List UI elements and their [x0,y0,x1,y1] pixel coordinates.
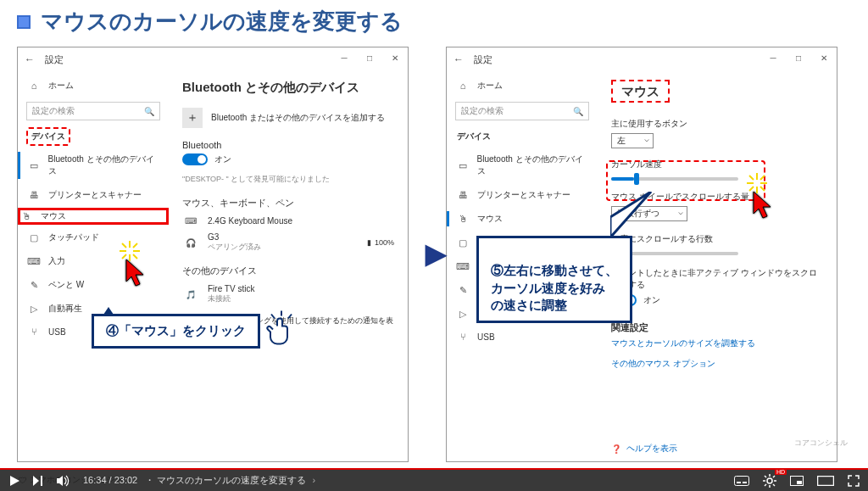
inactive-scroll-label: ポイントしたときに非アクティブ ウィンドウをスクロールする [611,267,823,291]
close-button[interactable]: ✕ [382,47,408,68]
sidebar-label: USB [48,327,66,337]
svg-rect-39 [797,481,802,484]
callout-text: ⑤左右に移動させて、 カーソル速度を好み の速さに調整 [491,263,618,312]
search-input[interactable]: 設定の検索 🔍 [455,102,589,120]
svg-line-11 [288,314,292,318]
link-cursor-size[interactable]: マウスとカーソルのサイズを調整する [611,338,823,349]
svg-line-6 [133,243,137,248]
sidebar-label: 自動再生 [48,303,82,315]
pane-heading: Bluetooth とその他のデバイス [182,80,394,96]
next-button[interactable] [32,475,44,487]
sidebar-item-mouse[interactable]: 🖱 マウス [447,207,598,231]
watermark-text: コアコンシェル [794,438,848,449]
sidebar-item-mouse-highlighted[interactable]: 🖱 マウス [18,208,169,225]
device-status: 未接続 [208,293,254,304]
help-link[interactable]: ❓ ヘルプを表示 [611,443,677,455]
volume-button[interactable] [56,475,71,487]
svg-rect-26 [735,476,749,485]
theater-button[interactable] [817,476,834,486]
callout-text: ④「マウス」をクリック [106,323,246,338]
device-name: G3 [208,232,261,242]
related-settings-head: 関連設定 [611,321,823,334]
devices-section-highlighted: デバイス [26,127,70,146]
video-time: 16:34 / 23:02 ・ マウスのカーソルの速度を変更する › [83,474,315,487]
sidebar-item-touchpad[interactable]: ▢ タッチパッド [18,226,169,249]
maximize-button[interactable]: □ [786,47,811,68]
bluetooth-icon: ▭ [28,160,40,171]
devices-section: デバイス [447,126,598,148]
svg-rect-24 [41,476,42,486]
sidebar-label: 入力 [48,255,65,267]
mouse-icon: 🖱 [20,211,32,221]
video-player-bar: 16:34 / 23:02 ・ マウスのカーソルの速度を変更する › [0,470,868,491]
back-button[interactable]: ← [25,53,35,65]
maximize-button[interactable]: □ [357,47,382,68]
sidebar-item-bluetooth[interactable]: ▭ Bluetooth とその他のデバイス [18,148,169,183]
device-firetv[interactable]: 🎵 Fire TV stick 未接続 [182,284,394,304]
pane-heading-highlighted: マウス [611,80,670,103]
sidebar-label: プリンターとスキャナー [477,189,570,201]
add-device-button[interactable]: ＋ Bluetooth またはその他のデバイスを追加する [182,108,394,128]
device-paired[interactable]: 🎧 G3 ペアリング済み ▮ 100% [182,232,394,253]
printer-icon: 🖶 [457,190,469,200]
link-other-mouse[interactable]: その他のマウス オプション [611,358,823,370]
svg-marker-23 [33,476,39,486]
help-label: ヘルプを表示 [626,443,677,455]
subtitles-button[interactable] [734,476,749,486]
miniplayer-button[interactable] [790,476,804,486]
svg-marker-25 [57,476,63,486]
slide-title: マウスのカーソルの速度を変更する [41,7,403,36]
device-keyboard[interactable]: ⌨ 2.4G Keyboard Mouse [182,216,394,226]
primary-button-select[interactable]: 左 [611,133,654,148]
play-button[interactable] [8,475,20,487]
other-subhead: その他のデバイス [182,265,394,277]
search-placeholder: 設定の検索 [32,105,75,117]
sidebar-item-bluetooth[interactable]: ▭ Bluetooth とその他のデバイス [447,148,598,183]
minimize-button[interactable]: ─ [760,47,786,68]
plus-icon: ＋ [182,108,203,128]
search-icon: 🔍 [573,107,583,116]
tap-hand-icon [263,309,300,354]
home-icon: ⌂ [457,81,469,91]
chapter-title[interactable]: ・ マウスのカーソルの速度を変更する [145,475,306,485]
svg-line-17 [760,187,765,191]
sidebar-item-printer[interactable]: 🖶 プリンターとスキャナー [447,183,598,207]
battery-status: ▮ 100% [367,238,394,247]
callout-step4: ④「マウス」をクリック [92,314,260,349]
sidebar-item-usb[interactable]: ⑂ USB [447,326,598,348]
svg-line-19 [749,187,754,191]
sidebar-label-pen-truncated: ペンと W [48,279,84,291]
keyboard-icon: ⌨ [457,261,469,272]
media-icon: 🎵 [182,290,199,299]
back-button[interactable]: ← [453,53,464,65]
pen-icon: ✎ [457,285,469,296]
sidebar-label: プリンターとスキャナー [48,189,142,201]
fullscreen-button[interactable] [848,475,860,487]
callout-step5: ⑤左右に移動させて、 カーソル速度を好み の速さに調整 [476,236,632,323]
settings-button[interactable] [763,474,776,488]
window-title: 設定 [474,53,492,66]
discoverable-text: "DESKTOP- " として発見可能になりました [182,174,394,185]
callout-tail-icon [610,192,653,243]
search-input[interactable]: 設定の検索 🔍 [26,102,160,120]
home-label: ホーム [48,80,74,92]
home-item[interactable]: ⌂ ホーム [18,75,169,97]
svg-marker-8 [126,259,143,286]
svg-rect-27 [737,482,741,483]
device-status: ペアリング済み [208,242,261,253]
sidebar-label: USB [477,332,495,342]
svg-marker-22 [10,476,19,486]
search-placeholder: 設定の検索 [461,105,504,117]
add-device-label: Bluetooth またはその他のデバイスを追加する [211,112,385,124]
sidebar-label: タッチパッド [48,232,99,243]
minimize-button[interactable]: ─ [331,47,357,68]
keyboard-icon: ⌨ [28,256,40,267]
device-name: 2.4G Keyboard Mouse [208,216,292,226]
svg-line-10 [271,314,275,318]
bluetooth-toggle[interactable] [182,153,208,165]
svg-rect-40 [818,476,834,485]
close-button[interactable]: ✕ [811,47,837,68]
sidebar-item-printer[interactable]: 🖶 プリンターとスキャナー [18,183,169,207]
home-item[interactable]: ⌂ ホーム [447,75,598,97]
printer-icon: 🖶 [28,190,40,200]
